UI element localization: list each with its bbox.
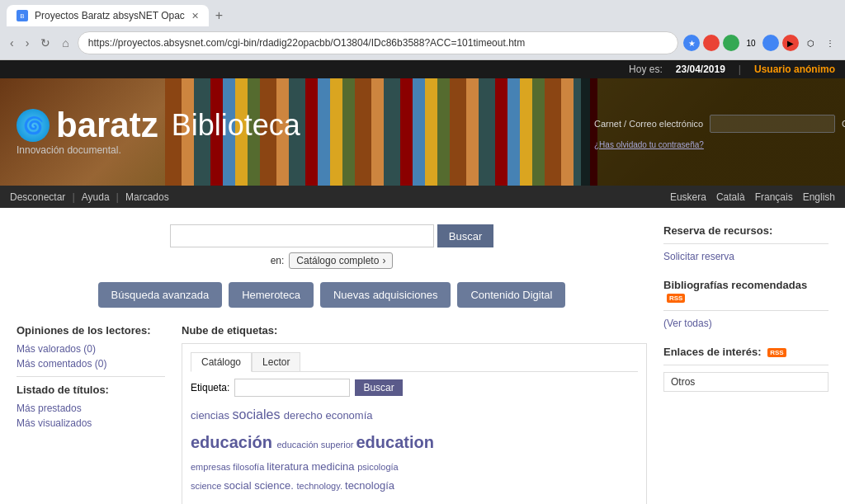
catalog-label: Catálogo completo xyxy=(296,255,379,266)
extension-icon2[interactable]: 10 xyxy=(743,35,759,51)
tag-education[interactable]: education xyxy=(356,433,434,451)
search-row: Buscar xyxy=(170,224,493,247)
nav-bar: Desconectar | Ayuda | Marcados Euskera C… xyxy=(0,186,845,208)
nuevas-adquisiciones-button[interactable]: Nuevas adquisiciones xyxy=(320,282,451,308)
nav-languages: Euskera Català Français English xyxy=(670,191,835,203)
carnet-label: Carnet / Correo electrónico xyxy=(594,119,703,129)
anon-user: Usuario anónimo xyxy=(754,64,835,75)
lang-francais[interactable]: Français xyxy=(755,191,793,203)
new-tab-button[interactable]: + xyxy=(209,5,229,26)
tag-ciencias[interactable]: ciencias xyxy=(191,409,233,422)
nav-ayuda[interactable]: Ayuda xyxy=(82,191,110,203)
tag-search-row: Etiqueta: Buscar xyxy=(191,379,638,397)
tag-tabs: Catálogo Lector xyxy=(191,352,638,372)
carnet-input[interactable] xyxy=(710,115,835,133)
baratz-text: baratz xyxy=(56,108,158,143)
mas-comentados-link[interactable]: Más comentados (0) xyxy=(17,358,165,370)
tag-technology[interactable]: technology. xyxy=(297,481,346,491)
bottom-sections: Opiniones de los lectores: Más valorados… xyxy=(17,324,647,504)
enlaces-title: Enlaces de interés: RSS xyxy=(663,346,828,358)
catalog-dropdown[interactable]: Catálogo completo › xyxy=(289,252,393,269)
baratz-name-display: 🌀 baratz Biblioteca xyxy=(17,108,300,143)
search-area: Buscar en: Catálogo completo › xyxy=(17,224,647,269)
tag-empresas[interactable]: empresas xyxy=(191,462,233,472)
tag-cloud-words: ciencias sociales derecho economía educa… xyxy=(191,403,638,496)
extension-icon5[interactable]: ⬡ xyxy=(802,35,819,51)
bibliografias-divider xyxy=(663,310,828,311)
lang-english[interactable]: English xyxy=(803,191,835,203)
login-carnet-row: Carnet / Correo electrónico Contraseña C… xyxy=(594,115,832,133)
lang-euskera[interactable]: Euskera xyxy=(670,191,706,203)
catalog-arrow: › xyxy=(382,255,385,266)
tag-literatura[interactable]: literatura xyxy=(267,460,311,473)
today-label: Hoy es: xyxy=(629,64,663,75)
search-button[interactable]: Buscar xyxy=(437,224,493,247)
tag-educacion-xs[interactable]: educación xyxy=(276,440,320,450)
baratz-logo: 🌀 baratz Biblioteca Innovación documenta… xyxy=(17,108,300,156)
tag-cloud-title: Nube de etiquetas: xyxy=(182,324,647,337)
extension-icon4[interactable]: ▶ xyxy=(782,35,799,51)
main-content: Buscar en: Catálogo completo › Búsqueda … xyxy=(0,208,845,504)
forgot-password[interactable]: ¿Has olvidado tu contraseña? xyxy=(594,138,832,150)
nav-desconectar[interactable]: Desconectar xyxy=(10,191,65,203)
enlaces-divider xyxy=(663,365,828,365)
browser-icons: ★ 10 ▶ ⬡ ⋮ xyxy=(683,35,838,51)
browser-chrome: B Proyectos Baratz absysNET Opac ✕ + ‹ ›… xyxy=(0,0,845,60)
address-input[interactable] xyxy=(78,31,678,54)
extension-icon1[interactable] xyxy=(723,35,739,51)
baratz-spiral-icon: 🌀 xyxy=(17,109,50,142)
tab-catalogo[interactable]: Catálogo xyxy=(191,352,252,372)
extension-icon3[interactable] xyxy=(762,35,779,51)
forward-button[interactable]: › xyxy=(22,35,33,51)
tag-superior[interactable]: superior xyxy=(321,440,356,450)
header-top: Hoy es: 23/04/2019 | Usuario anónimo xyxy=(0,60,845,78)
baratz-tagline: Innovación documental. xyxy=(17,144,121,156)
ver-todas-link[interactable]: (Ver todas) xyxy=(663,318,828,329)
address-bar: ‹ › ↻ ⌂ ★ 10 ▶ ⬡ ⋮ xyxy=(0,26,845,59)
menu-icon[interactable]: ⋮ xyxy=(822,35,838,51)
tag-cloud-container: Catálogo Lector Etiqueta: Buscar ciencia… xyxy=(182,343,647,504)
nav-left: Desconectar | Ayuda | Marcados xyxy=(10,191,169,203)
nav-marcados[interactable]: Marcados xyxy=(125,191,169,203)
mas-prestados-link[interactable]: Más prestados xyxy=(17,403,165,414)
tag-tecnologia[interactable]: tecnología xyxy=(345,479,394,492)
tag-filosofia[interactable]: filosofía xyxy=(233,462,267,472)
tag-sociales[interactable]: sociales xyxy=(233,407,284,422)
header-login: Carnet / Correo electrónico Contraseña C… xyxy=(581,78,845,186)
tab-favicon: B xyxy=(17,10,28,21)
reload-button[interactable]: ↻ xyxy=(37,35,54,51)
etiqueta-input[interactable] xyxy=(234,379,350,397)
tab-close-btn[interactable]: ✕ xyxy=(191,11,199,21)
biblioteca-text: Biblioteca xyxy=(172,111,300,140)
titles-title: Listado de títulos: xyxy=(17,384,165,396)
lang-catala[interactable]: Català xyxy=(716,191,745,203)
content-center: Buscar en: Catálogo completo › Búsqueda … xyxy=(17,224,647,504)
etiqueta-label: Etiqueta: xyxy=(191,382,229,393)
tag-psicologia[interactable]: psicología xyxy=(357,462,399,472)
tab-lector[interactable]: Lector xyxy=(252,352,300,371)
forgot-pwd-link[interactable]: ¿Has olvidado tu contraseña? xyxy=(594,140,704,149)
content-right: Reserva de recursos: Solicitar reserva B… xyxy=(663,224,828,504)
mas-visualizados-link[interactable]: Más visualizados xyxy=(17,417,165,429)
active-tab[interactable]: B Proyectos Baratz absysNET Opac ✕ xyxy=(7,5,209,26)
tag-science[interactable]: science xyxy=(191,481,224,491)
busqueda-avanzada-button[interactable]: Búsqueda avanzada xyxy=(98,282,223,308)
mas-valorados-link[interactable]: Más valorados (0) xyxy=(17,343,165,355)
tag-educacion-lg[interactable]: educación xyxy=(191,433,276,451)
tag-derecho[interactable]: derecho xyxy=(284,409,326,422)
bibliografias-title: Bibliografías recomendadas RSS xyxy=(663,279,828,304)
action-buttons: Búsqueda avanzada Hemeroteca Nuevas adqu… xyxy=(17,282,647,308)
header-logo: 🌀 baratz Biblioteca Innovación documenta… xyxy=(0,95,317,169)
home-button[interactable]: ⌂ xyxy=(59,35,72,51)
contenido-digital-button[interactable]: Contenido Digital xyxy=(457,282,565,308)
solicitar-reserva-link[interactable]: Solicitar reserva xyxy=(663,251,828,262)
bookmark-icon[interactable]: ★ xyxy=(683,35,700,51)
back-button[interactable]: ‹ xyxy=(7,35,17,51)
tag-medicina[interactable]: medicina xyxy=(312,460,358,473)
tag-economia[interactable]: economía xyxy=(325,409,372,422)
tag-social-science[interactable]: social science. xyxy=(224,479,296,492)
tag-search-button[interactable]: Buscar xyxy=(355,379,402,396)
search-input[interactable] xyxy=(170,224,434,247)
hemeroteca-button[interactable]: Hemeroteca xyxy=(229,282,314,308)
chrome-icon[interactable] xyxy=(703,35,720,51)
